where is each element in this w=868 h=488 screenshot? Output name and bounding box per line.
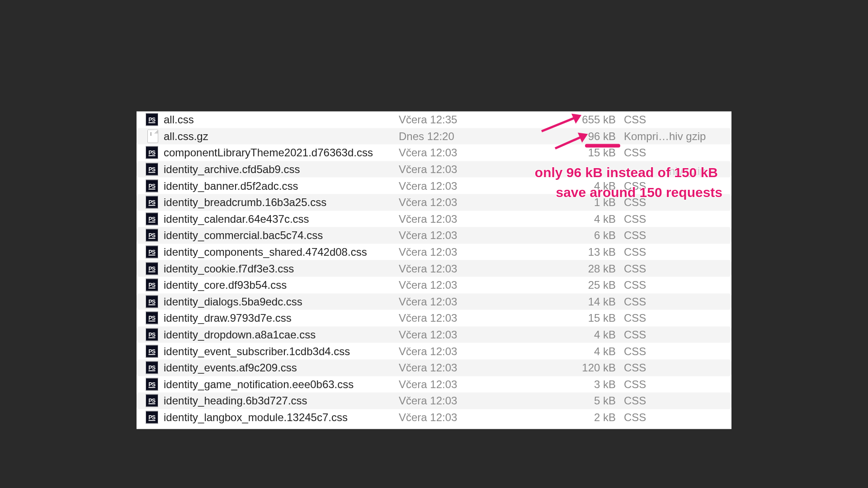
ps-file-icon bbox=[146, 179, 158, 192]
file-kind: CSS bbox=[624, 345, 731, 357]
file-name: identity_heading.6b3d727.css bbox=[158, 394, 399, 407]
file-kind: CSS bbox=[624, 246, 731, 258]
file-date: Včera 12:03 bbox=[399, 212, 539, 225]
file-row[interactable]: identity_banner.d5f2adc.cssVčera 12:034 … bbox=[137, 178, 731, 194]
file-kind: CSS bbox=[624, 229, 731, 242]
file-kind: CSS bbox=[624, 146, 731, 159]
file-name: identity_core.df93b54.css bbox=[158, 279, 399, 291]
file-row[interactable]: identity_cookie.f7df3e3.cssVčera 12:0328… bbox=[137, 260, 731, 277]
ps-file-icon bbox=[146, 411, 158, 423]
file-row[interactable]: identity_archive.cfd5ab9.cssVčera 12:03 bbox=[137, 161, 731, 178]
file-size: 4 kB bbox=[539, 345, 624, 357]
file-date: Včera 12:03 bbox=[399, 378, 539, 390]
file-date: Včera 12:03 bbox=[399, 411, 539, 423]
file-name: identity_draw.9793d7e.css bbox=[158, 312, 399, 324]
file-kind: CSS bbox=[624, 378, 731, 390]
file-kind: CSS bbox=[624, 312, 731, 324]
file-date: Včera 12:03 bbox=[399, 361, 539, 374]
file-name: identity_archive.cfd5ab9.css bbox=[158, 163, 399, 176]
file-date: Včera 12:03 bbox=[399, 196, 539, 209]
file-date: Včera 12:03 bbox=[399, 328, 539, 341]
file-name: componentLibraryTheme2021.d76363d.css bbox=[158, 146, 399, 159]
file-row[interactable]: identity_langbox_module.13245c7.cssVčera… bbox=[137, 409, 731, 426]
ps-file-icon bbox=[146, 113, 158, 126]
file-row[interactable]: identity_game_notification.eee0b63.cssVč… bbox=[137, 376, 731, 393]
ps-file-icon bbox=[146, 328, 158, 341]
file-name: identity_breadcrumb.16b3a25.css bbox=[158, 196, 399, 209]
file-name: identity_event_subscriber.1cdb3d4.css bbox=[158, 345, 399, 357]
file-kind: CSS bbox=[624, 394, 731, 407]
file-name: identity_cookie.f7df3e3.css bbox=[158, 262, 399, 275]
file-listing-panel: all.cssVčera 12:35655 kBCSSall.css.gzDne… bbox=[137, 112, 731, 429]
file-row[interactable]: identity_components_shared.4742d08.cssVč… bbox=[137, 244, 731, 260]
file-name: identity_langbox_module.13245c7.css bbox=[158, 411, 399, 423]
ps-file-icon bbox=[146, 345, 158, 357]
ps-file-icon bbox=[146, 212, 158, 225]
file-row[interactable]: all.cssVčera 12:35655 kBCSS bbox=[137, 112, 731, 128]
ps-file-icon bbox=[146, 229, 158, 242]
file-row[interactable]: identity_dropdown.a8a1cae.cssVčera 12:03… bbox=[137, 326, 731, 343]
file-size: 96 kB bbox=[539, 130, 624, 142]
file-row[interactable]: identity_breadcrumb.16b3a25.cssVčera 12:… bbox=[137, 194, 731, 211]
file-date: Včera 12:03 bbox=[399, 246, 539, 258]
file-size: 3 kB bbox=[539, 378, 624, 390]
file-listing: all.cssVčera 12:35655 kBCSSall.css.gzDne… bbox=[137, 112, 731, 426]
ps-file-icon bbox=[146, 394, 158, 407]
file-name: identity_dialogs.5ba9edc.css bbox=[158, 295, 399, 308]
file-kind: CSS bbox=[624, 113, 731, 126]
file-size: 1 kB bbox=[539, 196, 624, 209]
ps-file-icon bbox=[146, 361, 158, 374]
file-size: 28 kB bbox=[539, 262, 624, 275]
generic-file-icon bbox=[147, 129, 158, 143]
file-row[interactable]: identity_events.af9c209.cssVčera 12:0312… bbox=[137, 359, 731, 376]
ps-file-icon bbox=[146, 262, 158, 275]
file-date: Včera 12:03 bbox=[399, 394, 539, 407]
file-kind: CSS bbox=[624, 212, 731, 225]
file-row[interactable]: identity_heading.6b3d727.cssVčera 12:035… bbox=[137, 393, 731, 409]
file-date: Včera 12:03 bbox=[399, 295, 539, 308]
file-kind: CSS bbox=[624, 196, 731, 209]
file-size: 2 kB bbox=[539, 411, 624, 423]
file-size: 6 kB bbox=[539, 229, 624, 242]
file-kind: CSS bbox=[624, 179, 731, 192]
file-date: Včera 12:03 bbox=[399, 179, 539, 192]
file-name: identity_components_shared.4742d08.css bbox=[158, 246, 399, 258]
file-name: all.css bbox=[158, 113, 399, 126]
file-date: Včera 12:03 bbox=[399, 163, 539, 176]
file-name: all.css.gz bbox=[158, 130, 399, 142]
file-kind: CSS bbox=[624, 262, 731, 275]
file-date: Včera 12:03 bbox=[399, 279, 539, 291]
ps-file-icon bbox=[146, 196, 158, 209]
file-row[interactable]: identity_event_subscriber.1cdb3d4.cssVče… bbox=[137, 343, 731, 360]
file-name: identity_calendar.64e437c.css bbox=[158, 212, 399, 225]
file-date: Včera 12:03 bbox=[399, 262, 539, 275]
file-size: 4 kB bbox=[539, 212, 624, 225]
file-row[interactable]: identity_commercial.bac5c74.cssVčera 12:… bbox=[137, 227, 731, 244]
ps-file-icon bbox=[146, 378, 158, 390]
file-size: 655 kB bbox=[539, 113, 624, 126]
file-row[interactable]: identity_dialogs.5ba9edc.cssVčera 12:031… bbox=[137, 293, 731, 310]
file-kind: CSS bbox=[624, 361, 731, 374]
file-size: 120 kB bbox=[539, 361, 624, 374]
file-date: Včera 12:03 bbox=[399, 312, 539, 324]
file-row[interactable]: componentLibraryTheme2021.d76363d.cssVče… bbox=[137, 145, 731, 161]
file-row[interactable]: all.css.gzDnes 12:2096 kBKompri…hiv gzip bbox=[137, 128, 731, 145]
file-kind: CSS bbox=[624, 411, 731, 423]
file-size: 15 kB bbox=[539, 146, 624, 159]
ps-file-icon bbox=[146, 163, 158, 176]
file-kind: CSS bbox=[624, 279, 731, 291]
file-size: 13 kB bbox=[539, 246, 624, 258]
file-date: Včera 12:03 bbox=[399, 345, 539, 357]
file-row[interactable]: identity_draw.9793d7e.cssVčera 12:0315 k… bbox=[137, 310, 731, 327]
ps-file-icon bbox=[146, 312, 158, 324]
file-kind: CSS bbox=[624, 328, 731, 341]
ps-file-icon bbox=[146, 279, 158, 291]
file-size: 5 kB bbox=[539, 394, 624, 407]
file-row[interactable]: identity_calendar.64e437c.cssVčera 12:03… bbox=[137, 211, 731, 227]
ps-file-icon bbox=[146, 146, 158, 159]
file-date: Včera 12:35 bbox=[399, 113, 539, 126]
file-name: identity_game_notification.eee0b63.css bbox=[158, 378, 399, 390]
file-date: Dnes 12:20 bbox=[399, 130, 539, 142]
file-row[interactable]: identity_core.df93b54.cssVčera 12:0325 k… bbox=[137, 277, 731, 293]
file-date: Včera 12:03 bbox=[399, 146, 539, 159]
